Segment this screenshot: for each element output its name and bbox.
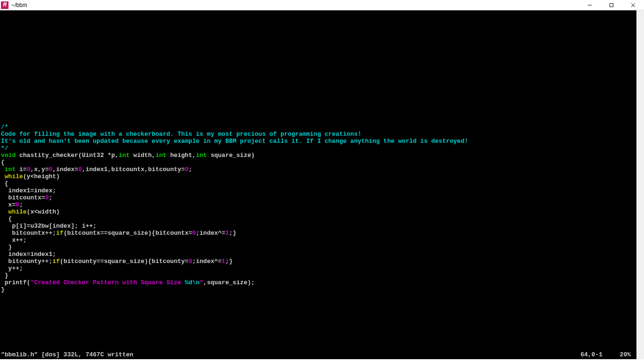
- keyword-int: int: [196, 152, 207, 159]
- number-literal: 1: [222, 258, 225, 265]
- code-text: ,index=: [52, 166, 78, 173]
- code-text: ,x,y=: [30, 166, 49, 173]
- scrollbar[interactable]: [636, 10, 644, 359]
- brace: {: [1, 180, 8, 187]
- vim-status-line: "bbmlib.h" [dos] 332L, 7467C written 64,…: [1, 351, 636, 358]
- code-text: bitcountx++;: [1, 230, 56, 237]
- code-text: chastity_checker(Uint32 *p,: [16, 152, 118, 159]
- keyword-int: int: [156, 152, 166, 159]
- maximize-button[interactable]: [601, 0, 622, 10]
- comment-line: It's old and hasn't been updated because…: [1, 138, 468, 145]
- code-text: (x<width): [27, 208, 60, 215]
- comment-line: Code for filling the image with a checke…: [1, 131, 362, 138]
- close-button[interactable]: [622, 0, 644, 10]
- code-text: width,: [130, 152, 156, 159]
- keyword-while: while: [1, 173, 23, 180]
- brace: {: [1, 215, 12, 222]
- brace: }: [1, 286, 5, 293]
- code-text: bitcounty++;: [1, 258, 52, 265]
- keyword-while: while: [1, 208, 27, 215]
- window-title: ~/bbm: [11, 2, 27, 8]
- code-text: ;}: [229, 230, 237, 237]
- code-text: (bitcounty==square_size){bitcounty=: [60, 258, 189, 265]
- code-text: (bitcountx==square_size){bitcountx=: [64, 230, 192, 237]
- number-literal: 0: [192, 230, 196, 237]
- code-text: x=: [1, 201, 16, 208]
- keyword-void: void: [1, 152, 16, 159]
- code-line: x++;: [1, 237, 27, 244]
- number-literal: 1: [225, 230, 229, 237]
- code-text: ;: [19, 201, 23, 208]
- scroll-percent: 20%: [620, 351, 631, 358]
- brace: }: [1, 244, 12, 251]
- minimize-button[interactable]: [579, 0, 601, 10]
- number-literal: 0: [78, 166, 82, 173]
- code-content: /* Code for filling the image with a che…: [1, 17, 636, 362]
- brace: }: [1, 272, 8, 279]
- code-text: printf(: [1, 279, 30, 286]
- code-line: index=index1;: [1, 251, 56, 258]
- number-literal: 0: [185, 166, 189, 173]
- comment-open: /*: [1, 123, 8, 131]
- string-literal: "Created Checker Pattern with Square Siz…: [30, 279, 185, 286]
- number-literal: 0: [16, 201, 19, 208]
- code-text: ;}: [225, 258, 233, 265]
- code-text: ,index1,bitcountx,bitcounty=: [82, 166, 185, 173]
- code-text: square_size): [207, 152, 255, 159]
- keyword-if: if: [52, 258, 60, 265]
- comment-close: */: [1, 145, 8, 152]
- svg-rect-1: [610, 3, 613, 7]
- code-text: (y<height): [23, 173, 60, 180]
- keyword-int: int: [1, 166, 16, 173]
- code-line: index1=index;: [1, 187, 56, 194]
- code-text: height,: [166, 152, 196, 159]
- string-literal: ": [199, 279, 203, 286]
- app-icon: M: [1, 1, 8, 9]
- keyword-int: int: [119, 152, 130, 159]
- window-titlebar: M ~/bbm: [0, 0, 644, 10]
- status-message: "bbmlib.h" [dos] 332L, 7467C written: [1, 351, 133, 358]
- code-text: ;: [49, 194, 52, 201]
- code-text: ,square_size);: [203, 279, 255, 286]
- code-text: ;index^=: [192, 258, 222, 265]
- code-text: ;: [189, 166, 192, 173]
- terminal-viewport[interactable]: /* Code for filling the image with a che…: [0, 10, 636, 359]
- window-controls: [579, 0, 644, 10]
- number-literal: 0: [189, 258, 192, 265]
- code-text: i=: [16, 166, 26, 173]
- format-spec: %d\n: [185, 279, 199, 286]
- code-text: ;index^=: [196, 230, 225, 237]
- code-line: y++;: [1, 265, 23, 272]
- brace: {: [1, 159, 5, 166]
- code-line: p[i]=u32bw[index]; i++;: [1, 222, 97, 230]
- keyword-if: if: [56, 230, 64, 237]
- code-text: bitcountx=: [1, 194, 45, 201]
